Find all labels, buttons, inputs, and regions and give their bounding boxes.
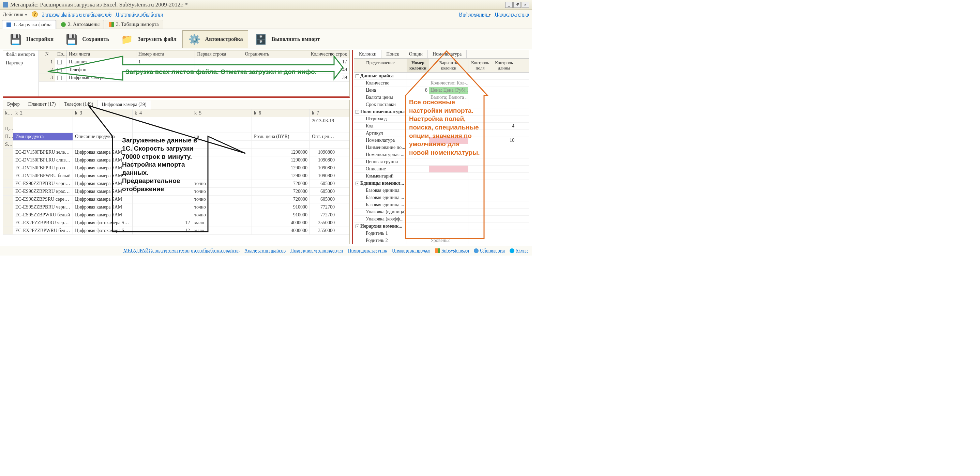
tree-toggle[interactable]: −: [356, 225, 359, 228]
col-representation[interactable]: Представление: [354, 59, 407, 72]
col-k6[interactable]: k_6: [252, 109, 310, 117]
save-button[interactable]: 💾Сохранить: [59, 30, 114, 48]
tree-row[interactable]: Цена8Цена; Цена (Руб);...: [354, 87, 529, 94]
data-row[interactable]: S...: [3, 141, 349, 149]
sheet-row[interactable]: 3Цифровая камера39: [39, 74, 349, 82]
col-column-number[interactable]: Номер колонки: [407, 59, 429, 72]
tab-options[interactable]: Опции: [404, 50, 428, 58]
tree-toggle[interactable]: −: [356, 110, 359, 114]
footer-updates[interactable]: Обновления: [474, 248, 505, 254]
menu-feedback[interactable]: Написать отзыв: [495, 11, 529, 17]
tree-row[interactable]: Наименование по...: [354, 144, 529, 151]
tree-row[interactable]: −Данные прайса: [354, 73, 529, 80]
data-row[interactable]: EC-ES90ZZBPSRU сереброЦифровая камера SA…: [3, 195, 349, 203]
tab-nomenclature[interactable]: Номенклатура: [428, 50, 467, 58]
col-sheet-num[interactable]: Номер листа: [136, 51, 195, 58]
tree-toggle[interactable]: −: [356, 182, 359, 186]
tree-row[interactable]: −Поля номенклатуры: [354, 108, 529, 116]
menu-load-files[interactable]: Загрузка файлов и изображений: [42, 11, 112, 17]
tree-row[interactable]: Упаковка (коэфф...: [354, 216, 529, 223]
tree-row[interactable]: Ценовая группа: [354, 159, 529, 166]
tree-row[interactable]: Код4: [354, 123, 529, 130]
col-k5[interactable]: k_5: [192, 109, 252, 117]
tab-phone[interactable]: Телефон (149): [60, 100, 97, 109]
footer-price-analyzer[interactable]: Анализатор прайсов: [244, 248, 286, 254]
col-k4[interactable]: k_4: [133, 109, 192, 117]
tree-row[interactable]: Артикул: [354, 130, 529, 137]
menu-info[interactable]: Информация ▼: [459, 11, 491, 17]
data-row[interactable]: EC-ES90ZZBPRRU красныйЦифровая камера SA…: [3, 188, 349, 195]
tree-row[interactable]: Базовая единица ...: [354, 202, 529, 208]
footer-purchase-helper[interactable]: Помощник закупок: [348, 248, 387, 254]
col-length-control[interactable]: Контроль длины: [492, 59, 516, 72]
tree-row[interactable]: Базовая единица: [354, 187, 529, 194]
sheet-row[interactable]: 2Телефон149: [39, 66, 349, 74]
tree-row[interactable]: Комментарий: [354, 173, 529, 180]
col-first-row[interactable]: Первая строка: [195, 51, 243, 58]
sheet-row[interactable]: 1Планшет117: [39, 58, 349, 66]
col-k2[interactable]: k_2: [13, 109, 73, 117]
tree-row[interactable]: Валюта ценыВалюта; Валюта ...: [354, 94, 529, 101]
tab-columns[interactable]: Колонки: [354, 50, 382, 58]
close-button[interactable]: ×: [522, 2, 529, 8]
minimize-button[interactable]: _: [505, 2, 513, 8]
col-k0[interactable]: k...: [3, 109, 13, 117]
tree-row[interactable]: Номенклатурная ...: [354, 151, 529, 159]
col-count[interactable]: Количество строк: [296, 51, 349, 58]
tab-buffer[interactable]: Буфер: [3, 100, 24, 109]
data-row[interactable]: EC-DV150FBPPRU розовыйЦифровая камера SA…: [3, 164, 349, 172]
columns-tree[interactable]: −Данные прайсаКоличествоКоличество; Кол-…: [354, 73, 529, 244]
load-file-button[interactable]: 📁Загрузить файл: [115, 30, 182, 48]
tree-row[interactable]: Срок поставки: [354, 101, 529, 108]
data-row[interactable]: EC-ES95ZZBPWRU белыйЦифровая камера SAMт…: [3, 211, 349, 219]
run-import-button[interactable]: 🗄️Выполнить импорт: [249, 30, 325, 48]
col-n[interactable]: N: [39, 51, 55, 58]
col-k7[interactable]: k_7: [310, 109, 337, 117]
footer-skype[interactable]: Skype: [510, 248, 528, 254]
help-icon[interactable]: ?: [32, 11, 38, 17]
col-po[interactable]: По...: [55, 51, 67, 58]
autosetup-button[interactable]: ⚙️Автонастройка: [182, 30, 248, 48]
tree-row[interactable]: Номенклатура10: [354, 137, 529, 144]
data-row[interactable]: EC-EX2FZZBPBRU черныйЦифровая фотокамера…: [3, 219, 349, 227]
data-row-header-labels[interactable]: П...Имя продуктаОписание продуктачиРозн.…: [3, 133, 349, 141]
tab-load-file[interactable]: 1. Загрузка файла: [2, 20, 56, 29]
tab-search[interactable]: Поиск: [382, 50, 404, 58]
col-k3[interactable]: k_3: [73, 109, 133, 117]
data-row[interactable]: EC-ES95ZZBPBRU черныйЦифровая камера SAM…: [3, 203, 349, 211]
tree-row[interactable]: −Иерархия номенк...: [354, 223, 529, 230]
footer-sales-helper[interactable]: Помощник продаж: [392, 248, 431, 254]
tab-camera[interactable]: Цифровая камера (39): [97, 100, 151, 109]
settings-button[interactable]: 💾Настройки: [3, 30, 59, 48]
tree-row[interactable]: Упаковка (единица): [354, 208, 529, 216]
col-column-variants[interactable]: Варианты колонки: [429, 59, 468, 72]
maximize-button[interactable]: 🗗: [513, 2, 521, 8]
tab-tablet[interactable]: Планшет (17): [24, 100, 60, 109]
data-grid[interactable]: k... k_2 k_3 k_4 k_5 k_6 k_7 2013-03-19 …: [3, 109, 349, 244]
tree-row[interactable]: −Единицы номенкл...: [354, 180, 529, 187]
col-limit[interactable]: Ограничить: [243, 51, 296, 58]
menu-processing-settings[interactable]: Настройки обработки: [116, 11, 163, 17]
footer-megaprice[interactable]: МЕГАПРАЙС: подсистема импорта и обработк…: [123, 248, 240, 254]
data-row[interactable]: EC-DV150FBPLRU сливовыйЦифровая камера S…: [3, 156, 349, 164]
footer-subsystems[interactable]: Subsystems.ru: [435, 248, 469, 254]
tree-row[interactable]: Описание: [354, 166, 529, 173]
sheets-table[interactable]: N По... Имя листа Номер листа Первая стр…: [39, 51, 349, 97]
tree-row[interactable]: Родитель 1: [354, 230, 529, 237]
col-sheet-name[interactable]: Имя листа: [67, 51, 136, 58]
data-row[interactable]: Ц...: [3, 125, 349, 133]
footer-price-helper[interactable]: Помощник установки цен: [290, 248, 343, 254]
tree-toggle[interactable]: −: [356, 74, 359, 78]
data-row[interactable]: EC-EX2FZZBPWRU белыйЦифровая фотокамера …: [3, 227, 349, 235]
tree-row[interactable]: КоличествоКоличество; Кол-...: [354, 80, 529, 87]
tab-import-table[interactable]: 3. Таблица импорта: [105, 20, 163, 29]
data-row[interactable]: EC-ES90ZZBPBRU черныйЦифровая камера SAM…: [3, 180, 349, 188]
actions-menu[interactable]: Действия ▼: [3, 11, 28, 17]
tree-row[interactable]: Родитель 2Уровень2: [354, 237, 529, 244]
tab-autoreplace[interactable]: 2. Автозамены: [57, 20, 104, 29]
data-row[interactable]: EC-DV150FBPERU зеленыйЦифровая камера SA…: [3, 149, 349, 156]
data-row[interactable]: EC-DV150FBPWRU белыйЦифровая камера SAM1…: [3, 172, 349, 180]
tree-row[interactable]: Базовая единица ...: [354, 194, 529, 202]
col-field-control[interactable]: Контроль поля: [468, 59, 492, 72]
data-row[interactable]: 2013-03-19: [3, 117, 349, 125]
